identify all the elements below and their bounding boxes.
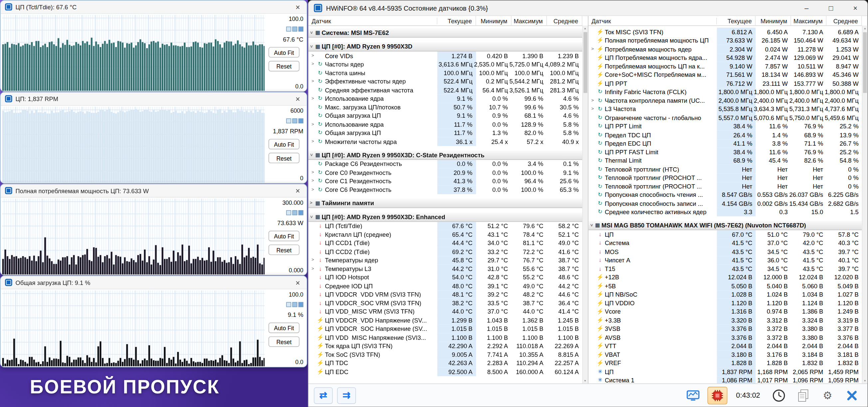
expander-icon[interactable]: > [310,139,316,144]
sensor-row[interactable]: ⚡Core+SoC+MISC Потребляемая м...71.561 W… [588,70,862,79]
swatch-icon[interactable] [299,118,303,123]
auto-fit-button[interactable]: Auto Fit [269,139,300,149]
sensor-row[interactable]: ↓ЦП VDD_MISC VRM (SVI3 TFN)44.0 °C37.0 °… [308,307,582,316]
sensor-row[interactable]: ⚡ЦП TDC42.263 A2.283 A110.294 A22.257 A [308,359,582,367]
sensor-row[interactable]: ⚡Потребляемая мощность ЦП на к...9.140 W… [588,62,862,70]
sensor-row[interactable]: ↓ЦП IOD Hotspot54.0 °C42.8 °C55.2 °C48.6… [308,273,582,282]
sensor-row[interactable]: ↻Частота шины100.0 МГц100.0 МГц100.0 МГц… [308,68,582,77]
sensor-row[interactable]: >↓Температуры L344.2 °C31.0 °C55.6 °C38.… [308,264,582,273]
swatch-icon[interactable] [286,118,291,123]
sensor-row[interactable]: ↻Пропускная способность записи ...4.154 … [588,199,862,208]
clock-button[interactable] [769,386,789,404]
swatch-icon[interactable] [299,210,303,215]
sensor-row[interactable]: ⚡VTT2.044 В2.044 В2.044 В2.044 В [588,341,862,350]
series-color-swatches[interactable] [286,302,303,307]
expander-icon[interactable]: > [308,201,314,205]
sensor-group-header[interactable]: >▦ЦП [#0]: AMD Ryzen 9 9950X3D: C-State … [308,149,582,160]
scroll-up-icon[interactable]: ▲ [862,26,867,31]
main-titlebar[interactable]: HWiNFO® 64 v8.44-5935 Состояние датчиков… [308,1,868,16]
sensor-row[interactable]: ⚡ЦП EDC92.500 A8.500 A160.000 A60.124 A [308,367,582,376]
sensor-row[interactable]: >↻Использование ядра9.1 %0.0 %99.6 %4.6 … [308,95,582,103]
reset-button[interactable]: Reset [269,152,300,163]
sensor-row[interactable]: ↓Чипсет A41.5 °C36.0 °C41.5 °C40.1 °C [588,256,862,265]
sensor-row[interactable]: ⚡ЦП NB/SoC1.028 В1.024 В1.034 В1.027 В [588,290,862,299]
sensor-row[interactable]: ⚡+3.3В3.320 В3.312 В3.324 В3.319 В [588,316,862,325]
sensor-row[interactable]: ↓T1543.5 °C34.5 °C43.5 °C39.7 °C [588,264,862,273]
expander-icon[interactable]: > [590,47,595,51]
swatch-icon[interactable] [286,27,291,32]
expander-icon[interactable]: > [310,62,316,67]
sensor-row[interactable]: >⚡Потребляемая мощность ядер2.304 W0.024… [588,45,862,54]
expander-icon[interactable]: > [310,258,316,262]
sensor-row[interactable]: ✳Система 11,086 RPM1,017 RPM1,096 RPM1,0… [588,376,862,383]
graph-window-titlebar[interactable]: ЦП (Tctl/Tdie): 67.6 °C × [1,1,307,14]
sensor-row[interactable]: ↻Предел TDC ЦП26.4 %1.4 %68.9 %13.9 % [588,131,862,139]
series-color-swatches[interactable] [286,27,303,32]
sensor-row[interactable]: ⚡ЦП Потребляемая мощность ядра...54.928 … [588,54,862,62]
reset-button[interactable]: Reset [269,61,300,71]
sensor-row[interactable]: ↓Система41.5 °C37.0 °C42.0 °C40.3 °C [588,239,862,247]
sensor-row[interactable]: ↻Пропускная способность чтения ...8.547 … [588,191,862,199]
sensor-row[interactable]: >↻Использование ядра11.7 %0.0 %128.9 %5.… [308,120,582,129]
sensor-row[interactable]: ↻ЦП PPT FAST Limit38.4 %11.6 %76.9 %25.2… [588,148,862,156]
expander-icon[interactable]: > [310,267,316,271]
close-icon[interactable]: × [292,186,303,195]
expander-icon[interactable]: > [310,188,316,192]
sensor-row[interactable]: ↻Thermal Limit68.9 %45.4 %82.6 %54.8 % [588,156,862,165]
sensor-row[interactable]: ⚡VREF1.828 В1.828 В1.832 В1.832 В [588,359,862,367]
swap-columns-button[interactable]: ⇄ [314,387,333,404]
expander-icon[interactable]: > [309,43,313,49]
sensor-row[interactable]: ↓ЦП CCD2 (Tdie)69.2 °C33.2 °C72.2 °C41.6… [308,247,582,256]
minimize-button[interactable]: – [795,1,819,15]
swatch-icon[interactable] [299,27,303,32]
sensor-group-header[interactable]: >▦ЦП [#0]: AMD Ryzen 9 9950X3D: Enhanced [308,211,582,222]
sensor-row[interactable]: ↓ЦП VDDCR_VDD VRM (SVI3 TFN)48.1 °C39.2 … [308,290,582,299]
report-button[interactable] [793,386,813,404]
sensor-row[interactable]: ⚡+5В5.050 В5.040 В5.060 В5.049 В [588,282,862,290]
expander-icon[interactable]: > [590,98,595,103]
sensors-active-button[interactable] [707,386,727,404]
settings-button[interactable]: ⚙ [818,386,838,404]
sensor-row[interactable]: ↓ЦП (Tctl/Tdie)67.6 °C51.2 °C79.6 °C58.2… [308,222,582,230]
sensor-row[interactable]: ⚡ЦП VDDCR_SOC Напряжение (SV...1.015 В1.… [308,325,582,333]
swatch-icon[interactable] [292,302,298,307]
graph-toggle-button[interactable] [683,386,703,404]
close-icon[interactable]: × [292,95,303,103]
sensor-row[interactable]: ↻Тепловой троттлинг (PROCHOT ...НетНетНе… [588,182,862,191]
maximize-button[interactable]: □ [819,1,843,15]
sensor-row[interactable]: ↻Предел EDC ЦП41.1 %3.8 %71.1 %26.7 % [588,139,862,148]
sensor-row[interactable]: ⚡ЦП VDD_MISC Напряжение (SVI3...1.100 В1… [308,333,582,342]
sensor-row[interactable]: ↓ЦП CCD1 (Tdie)44.4 °C34.0 °C81.1 °C49.0… [308,239,582,247]
sensor-row[interactable]: ↻Общая загрузка ЦП11.7 %1.3 %82.0 %5.8 % [308,129,582,137]
sensor-row[interactable]: ↻Тепловой троттлинг (PROCHOT ...НетНетНе… [588,174,862,182]
sensor-row[interactable]: ↻Средняя эффективная частота522.4 МГц56.… [308,86,582,95]
sensor-row[interactable]: ⚡ЦП PPT76.712 W23.111 W153.777 W50.388 W [588,79,862,88]
expander-icon[interactable]: > [310,122,316,126]
sensor-row[interactable]: ↓ЦП VDDCR_SOC VRM (SVI3 TFN)38.2 °C33.5 … [308,299,582,308]
sensor-row[interactable]: >↻Частоты ядер3,613.6 МГц2,535.0 МГц5,72… [308,60,582,69]
expander-icon[interactable]: > [310,170,316,175]
sensor-row[interactable]: >↻Эффективные частоты ядер522.4 МГц0.2 М… [308,77,582,86]
expander-icon[interactable]: > [310,54,316,58]
sensor-row[interactable]: ↓Кристалл ЦП (среднее)65.4 °C43.1 °C78.4… [308,230,582,239]
expander-icon[interactable]: > [309,152,313,158]
expander-icon[interactable]: > [589,223,593,228]
scrollbar-thumb[interactable] [863,32,867,93]
expander-icon[interactable]: > [310,79,316,83]
sensor-row[interactable]: ⚡VBAT3.180 В3.176 В3.184 В3.181 В [588,350,862,359]
sensor-row[interactable]: ⚡3VSB3.376 В3.372 В3.380 В3.377 В [588,325,862,333]
left-scrollbar[interactable]: ▲ ▼ [582,26,588,384]
sensor-row[interactable]: ↻Макс. загрузка ЦП/потоков50.7 %10.7 %99… [308,103,582,111]
sensor-row[interactable]: ↓MOS43.5 °C34.5 °C43.5 °C39.7 °C [588,247,862,256]
scroll-down-icon[interactable]: ▼ [583,378,588,383]
sensor-row[interactable]: ↻Тепловой троттлинг (HTC)НетНетНет0 % [588,165,862,174]
sensor-row[interactable]: ↻Infinity Fabric Частота (FCLK)1,800.0 М… [588,88,862,96]
close-button[interactable]: × [843,1,867,15]
sensor-row[interactable]: ↓ЦП67.0 °C51.0 °C79.0 °C57.8 °C [588,230,862,239]
sensor-row[interactable]: >↻Core C1 Резидентность41.3 %0.0 %96.4 %… [308,177,582,185]
sensor-row[interactable]: ⚡Vcore1.316 В0.974 В1.386 В1.249 В [588,307,862,316]
expander-icon[interactable]: > [310,179,316,183]
sensor-group-header[interactable]: >▦Система: MSI MS-7E62 [308,28,582,38]
sensor-row[interactable]: >Core VIDs1.274 В0.420 В1.390 В1.239 В [308,52,582,60]
expander-icon[interactable]: > [590,107,595,111]
